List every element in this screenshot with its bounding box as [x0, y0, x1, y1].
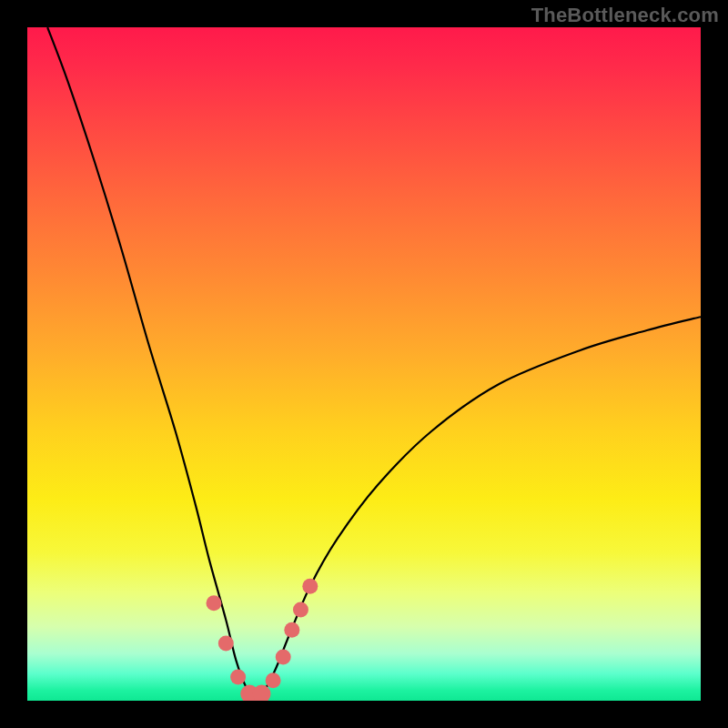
valley-marker: [284, 622, 299, 638]
chart-frame: TheBottleneck.com: [0, 0, 728, 728]
valley-marker: [276, 649, 291, 664]
valley-marker: [230, 670, 246, 685]
bottleneck-curve: [47, 27, 701, 701]
valley-marker: [218, 636, 234, 652]
valley-marker: [293, 602, 308, 618]
valley-markers: [206, 579, 318, 701]
valley-marker: [206, 595, 221, 611]
valley-marker: [266, 672, 281, 688]
chart-svg: [27, 27, 701, 701]
watermark-text: TheBottleneck.com: [531, 4, 719, 27]
valley-marker: [302, 579, 318, 594]
plot-area: [27, 27, 701, 701]
